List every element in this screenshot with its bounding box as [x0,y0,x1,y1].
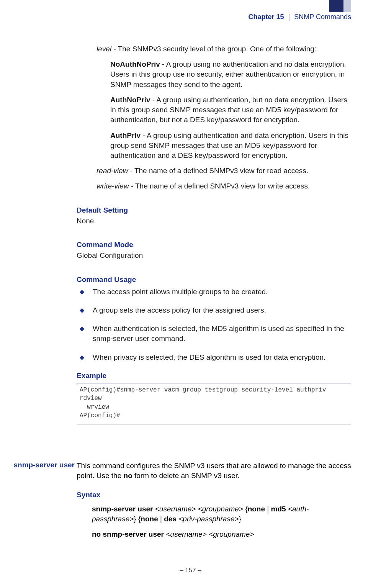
command-mode-value: Global Configuration [77,251,351,260]
header-separator: | [288,13,290,21]
chapter-topic: SNMP Commands [294,13,351,21]
opt-authnopriv: AuthNoPriv - A group using authenticatio… [110,95,351,125]
list-item: ◆The access point allows multiple groups… [77,287,351,297]
header-tab [329,0,351,12]
default-setting-value: None [77,216,351,226]
default-setting-heading: Default Setting [77,205,351,215]
list-item: ◆When privacy is selected, the DES algor… [77,352,351,362]
list-item: ◆When authentication is selected, the MD… [77,324,351,344]
param-readview: read-view - The name of a defined SNMPv3… [96,166,351,176]
usage-list: ◆The access point allows multiple groups… [77,287,351,362]
param-level: level - The SNMPv3 security level of the… [96,44,351,54]
syntax-heading: Syntax [77,490,351,500]
command-usage-heading: Command Usage [77,275,351,285]
diamond-icon: ◆ [80,324,84,333]
diamond-icon: ◆ [80,353,84,362]
list-item: ◆A group sets the access policy for the … [77,305,351,315]
header-rule [0,24,351,24]
syntax-line-2: no snmp-server user <username> <groupnam… [92,529,351,539]
opt-authpriv: AuthPriv - A group using authentication … [110,131,351,161]
param-writeview: write-view - The name of a defined SNMPv… [96,181,351,191]
page-header: Chapter 15 | SNMP Commands [0,13,351,21]
command-name-sidebar: snmp-server user [8,461,75,469]
page-number: – 157 – [0,567,381,574]
chapter-label: Chapter 15 [249,13,284,21]
command-description: This command configures the SNMP v3 user… [77,461,351,481]
command-mode-heading: Command Mode [77,240,351,250]
opt-noauthnopriv: NoAuthNoPriv - A group using no authenti… [110,59,351,90]
diamond-icon: ◆ [80,306,84,314]
example-code: AP(config)#snmp-server vacm group testgr… [77,383,351,424]
diamond-icon: ◆ [80,288,84,296]
syntax-line-1: snmp-server user <username> <groupname> … [92,504,351,524]
example-heading: Example [77,371,351,381]
